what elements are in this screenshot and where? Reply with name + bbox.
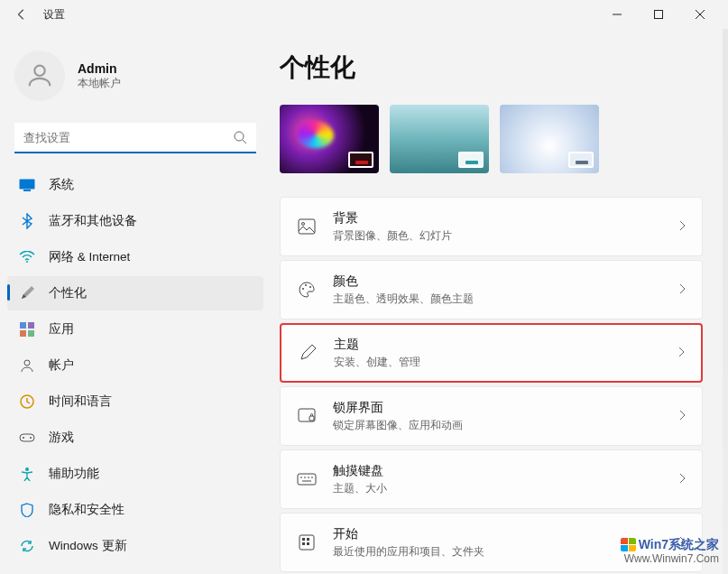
search-input[interactable] — [14, 123, 256, 153]
svg-point-19 — [25, 468, 29, 471]
card-title: 背景 — [333, 210, 678, 227]
search-icon — [233, 130, 247, 148]
mini-preview — [568, 152, 594, 168]
pen-icon — [298, 343, 318, 363]
svg-rect-7 — [20, 180, 35, 190]
card-touchkeyboard[interactable]: 触摸键盘主题、大小 — [280, 449, 703, 509]
apps-icon — [18, 320, 36, 338]
svg-rect-1 — [655, 11, 663, 19]
svg-rect-36 — [302, 542, 305, 545]
window-title: 设置 — [43, 7, 65, 23]
back-button[interactable] — [7, 0, 36, 29]
sidebar-item-label: 帐户 — [49, 357, 74, 374]
sidebar-item-label: 个性化 — [49, 285, 87, 301]
svg-point-4 — [34, 66, 44, 76]
svg-point-18 — [30, 437, 32, 439]
start-icon — [297, 532, 317, 552]
sidebar-item-label: 蓝牙和其他设备 — [49, 213, 137, 229]
sidebar-item-accounts[interactable]: 帐户 — [7, 348, 263, 383]
card-sub: 安装、创建、管理 — [334, 355, 677, 370]
svg-point-21 — [302, 223, 305, 226]
minimize-button[interactable] — [596, 0, 638, 29]
windows-logo-icon — [621, 538, 637, 552]
account-name: Admin — [78, 61, 121, 76]
card-title: 颜色 — [333, 273, 678, 290]
maximize-icon — [654, 10, 663, 19]
theme-preview-1[interactable] — [280, 105, 379, 173]
card-lockscreen[interactable]: 锁屏界面锁定屏幕图像、应用和动画 — [280, 386, 703, 446]
theme-preview-2[interactable] — [390, 105, 489, 173]
theme-preview-3[interactable] — [500, 105, 599, 173]
close-icon — [696, 10, 705, 19]
update-icon — [18, 537, 36, 555]
chevron-right-icon — [678, 218, 686, 235]
close-button[interactable] — [679, 0, 721, 29]
chevron-right-icon — [678, 282, 686, 298]
sidebar-item-bluetooth[interactable]: 蓝牙和其他设备 — [7, 204, 263, 238]
person-icon — [24, 60, 55, 91]
account-section[interactable]: Admin 本地帐户 — [7, 36, 263, 123]
sidebar: Admin 本地帐户 系统 蓝牙和其他设备 网络 & Internet 个性化 … — [0, 29, 271, 574]
sidebar-item-accessibility[interactable]: 辅助功能 — [7, 457, 263, 491]
sidebar-item-apps[interactable]: 应用 — [7, 312, 263, 347]
sidebar-item-gaming[interactable]: 游戏 — [7, 421, 263, 455]
card-background[interactable]: 背景背景图像、颜色、幻灯片 — [280, 197, 703, 256]
svg-rect-8 — [23, 190, 31, 191]
mini-preview — [458, 152, 484, 168]
sidebar-item-label: 系统 — [49, 177, 74, 193]
mini-preview — [348, 152, 373, 168]
svg-point-14 — [24, 360, 30, 366]
svg-rect-11 — [28, 322, 34, 329]
watermark-url: Www.Winwin7.Com — [621, 552, 719, 567]
shield-icon — [18, 501, 36, 519]
svg-point-17 — [23, 437, 24, 439]
palette-icon — [297, 280, 317, 300]
svg-rect-37 — [307, 542, 309, 545]
gamepad-icon — [18, 429, 36, 447]
card-title: 锁屏界面 — [333, 400, 678, 416]
svg-rect-35 — [307, 538, 309, 541]
svg-rect-10 — [20, 322, 26, 329]
sidebar-item-label: 时间和语言 — [49, 393, 112, 410]
sidebar-item-time[interactable]: 时间和语言 — [7, 384, 263, 419]
person-icon — [18, 356, 36, 375]
settings-list: 背景背景图像、颜色、幻灯片 颜色主题色、透明效果、颜色主题 主题安装、创建、管理… — [280, 197, 703, 572]
display-icon — [18, 176, 36, 194]
sidebar-item-label: 隐私和安全性 — [49, 502, 124, 518]
sidebar-item-system[interactable]: 系统 — [7, 168, 263, 202]
image-icon — [297, 217, 317, 236]
sidebar-item-label: 游戏 — [49, 430, 74, 446]
sidebar-item-label: 辅助功能 — [49, 466, 99, 482]
svg-rect-20 — [299, 219, 315, 234]
keyboard-icon — [297, 469, 317, 489]
theme-previews — [280, 105, 703, 173]
sidebar-item-label: Windows 更新 — [49, 538, 127, 554]
svg-rect-12 — [20, 330, 26, 337]
maximize-button[interactable] — [638, 0, 679, 29]
nav: 系统 蓝牙和其他设备 网络 & Internet 个性化 应用 帐户 时间和语言… — [7, 168, 263, 563]
svg-point-23 — [305, 284, 307, 286]
scrollbar[interactable] — [723, 29, 728, 574]
window-controls — [596, 0, 721, 29]
svg-point-24 — [309, 286, 311, 288]
svg-point-22 — [302, 288, 304, 290]
svg-point-9 — [26, 261, 28, 263]
sidebar-item-update[interactable]: Windows 更新 — [7, 529, 263, 563]
lock-screen-icon — [297, 406, 317, 426]
svg-rect-13 — [28, 330, 34, 337]
titlebar: 设置 — [0, 0, 728, 29]
svg-rect-27 — [298, 474, 316, 485]
card-sub: 锁定屏幕图像、应用和动画 — [333, 418, 678, 433]
card-colors[interactable]: 颜色主题色、透明效果、颜色主题 — [280, 260, 703, 319]
sidebar-item-privacy[interactable]: 隐私和安全性 — [7, 493, 263, 527]
sidebar-item-personalization[interactable]: 个性化 — [7, 276, 263, 310]
sidebar-item-network[interactable]: 网络 & Internet — [7, 240, 263, 274]
avatar — [14, 51, 65, 101]
chevron-right-icon — [678, 471, 686, 487]
svg-point-5 — [235, 132, 244, 141]
card-sub: 主题、大小 — [333, 481, 678, 496]
svg-rect-34 — [302, 538, 305, 541]
card-themes[interactable]: 主题安装、创建、管理 — [280, 323, 703, 383]
watermark-title: Win7系统之家 — [639, 537, 719, 551]
chevron-right-icon — [677, 345, 685, 361]
